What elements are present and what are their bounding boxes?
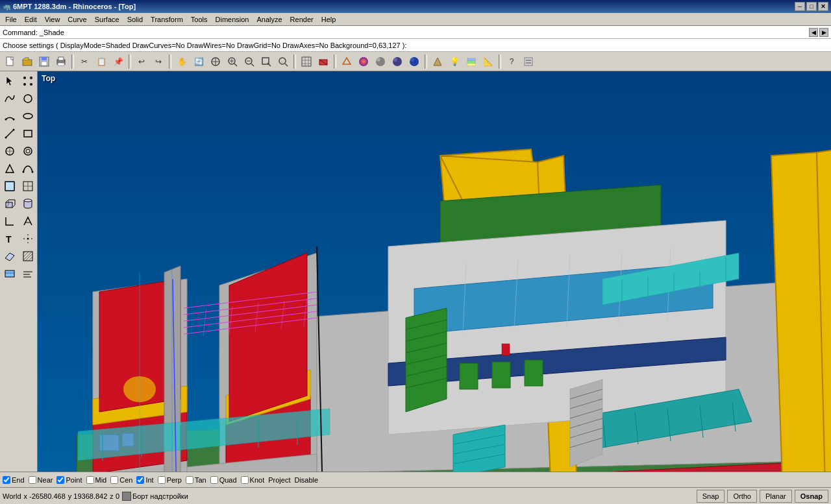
- window-title: 6МРТ 1288.3dm - Rhinoceros - [Top]: [13, 3, 795, 10]
- snap-perp-checkbox[interactable]: [158, 476, 166, 484]
- tb-undo[interactable]: ↩: [134, 54, 149, 69]
- cmd-more-btn[interactable]: ▶: [819, 28, 828, 37]
- tb-grid[interactable]: [299, 54, 314, 69]
- tb-save[interactable]: [36, 54, 52, 69]
- dim-tool[interactable]: [1, 213, 18, 230]
- tb-help[interactable]: ?: [504, 54, 519, 69]
- tb-shaded[interactable]: [373, 54, 388, 69]
- tb-ghosted[interactable]: [406, 54, 422, 69]
- tb-properties[interactable]: 📐: [480, 54, 496, 69]
- status-bar: World x -26580.468 y 19368.842 z 0 Борт …: [0, 487, 831, 504]
- spline-tool[interactable]: [19, 160, 36, 177]
- command-prompt: Command: _Shade: [3, 29, 809, 36]
- ortho-button[interactable]: Ortho: [727, 490, 757, 503]
- hatch-tool[interactable]: [19, 248, 36, 265]
- display-tool[interactable]: [1, 265, 18, 282]
- minimize-button[interactable]: ─: [795, 2, 805, 11]
- snap-button[interactable]: Snap: [697, 490, 725, 503]
- tb-print[interactable]: [53, 54, 69, 69]
- freeform-tool[interactable]: [1, 143, 18, 160]
- solid-box-tool[interactable]: [1, 195, 18, 212]
- tb-cut[interactable]: ✂: [77, 54, 92, 69]
- snap-int-checkbox[interactable]: [136, 476, 144, 484]
- tb-copy[interactable]: 📋: [93, 54, 109, 69]
- curve-tool[interactable]: [1, 90, 18, 107]
- select-tool[interactable]: [1, 73, 18, 90]
- snap-quad-checkbox[interactable]: [210, 476, 218, 484]
- snap-mid: Mid: [86, 476, 107, 484]
- tb-zoom-window[interactable]: [258, 54, 274, 69]
- menu-view[interactable]: View: [41, 14, 64, 25]
- menu-help[interactable]: Help: [317, 14, 340, 25]
- history-tool[interactable]: [19, 265, 36, 282]
- svg-rect-39: [467, 58, 475, 60]
- menu-surface[interactable]: Surface: [91, 14, 123, 25]
- line-tool[interactable]: [1, 125, 18, 142]
- menu-tools[interactable]: Tools: [187, 14, 212, 25]
- svg-rect-1: [23, 60, 32, 66]
- solid-cyl-tool[interactable]: [19, 195, 36, 212]
- rect-tool[interactable]: [19, 125, 36, 142]
- tb-layer[interactable]: [464, 54, 479, 69]
- osnap-button[interactable]: Osnap: [795, 490, 828, 503]
- tb-shaded-color[interactable]: [356, 54, 371, 69]
- tb-open[interactable]: [19, 54, 35, 69]
- tb-material[interactable]: [430, 54, 445, 69]
- modify-tool[interactable]: [1, 160, 18, 177]
- svg-point-47: [23, 83, 26, 86]
- freeform2-tool[interactable]: [19, 143, 36, 160]
- mesh-tool[interactable]: [19, 178, 36, 195]
- text-tool[interactable]: T: [1, 230, 18, 247]
- tool-group-arc: [1, 108, 36, 125]
- tb-light[interactable]: 💡: [447, 54, 462, 69]
- tb-wireframe[interactable]: [339, 54, 354, 69]
- dot-tool[interactable]: [19, 230, 36, 247]
- tb-paste[interactable]: 📌: [110, 54, 126, 69]
- svg-point-37: [410, 58, 414, 62]
- planar-button[interactable]: Planar: [760, 490, 792, 503]
- arc-tool[interactable]: [1, 108, 18, 125]
- tool-group-text: T: [1, 230, 36, 247]
- maximize-button[interactable]: □: [806, 2, 817, 11]
- tb-zoom-prev[interactable]: -: [275, 54, 291, 69]
- snap-cen-checkbox[interactable]: [110, 476, 118, 484]
- viewport-top[interactable]: Top: [38, 71, 831, 472]
- svg-line-16: [251, 64, 254, 66]
- menu-transform[interactable]: Transform: [147, 14, 187, 25]
- tb-zoom-extent[interactable]: [208, 54, 223, 69]
- menu-render[interactable]: Render: [286, 14, 317, 25]
- clip-tool[interactable]: [1, 248, 18, 265]
- svg-marker-79: [5, 253, 14, 261]
- snap-near-checkbox[interactable]: [29, 476, 36, 484]
- surface-tool[interactable]: [1, 178, 18, 195]
- menu-solid[interactable]: Solid: [123, 14, 147, 25]
- layer-name: Борт надстройки: [132, 492, 188, 500]
- snap-tan-checkbox[interactable]: [186, 476, 193, 484]
- menu-dimension[interactable]: Dimension: [212, 14, 253, 25]
- snap-point-checkbox[interactable]: [56, 476, 64, 484]
- tb-pan[interactable]: ✋: [174, 54, 190, 69]
- menu-curve[interactable]: Curve: [64, 14, 90, 25]
- ellipse-tool[interactable]: [19, 108, 36, 125]
- svg-marker-30: [343, 58, 351, 64]
- tb-rotate[interactable]: 🔄: [191, 54, 206, 69]
- tb-hide[interactable]: [316, 54, 331, 69]
- x-value: -26580.468: [29, 492, 66, 500]
- tb-new[interactable]: [3, 54, 18, 69]
- snap-end-checkbox[interactable]: [3, 476, 10, 484]
- tb-redo[interactable]: ↪: [151, 54, 166, 69]
- select-points-tool[interactable]: [19, 73, 36, 90]
- tb-rendered[interactable]: [390, 54, 405, 69]
- menu-edit[interactable]: Edit: [21, 14, 41, 25]
- tb-zoom-in[interactable]: [225, 54, 240, 69]
- menu-analyze[interactable]: Analyze: [253, 14, 286, 25]
- snap-mid-checkbox[interactable]: [86, 476, 94, 484]
- dim2-tool[interactable]: [19, 213, 36, 230]
- snap-knot-checkbox[interactable]: [241, 476, 249, 484]
- circle-tool[interactable]: [19, 90, 36, 107]
- tb-zoom-out[interactable]: [242, 54, 257, 69]
- menu-file[interactable]: File: [1, 14, 21, 25]
- cmd-expand-btn[interactable]: ◀: [809, 28, 818, 37]
- tb-options[interactable]: [521, 54, 536, 69]
- close-button[interactable]: ✕: [818, 2, 828, 11]
